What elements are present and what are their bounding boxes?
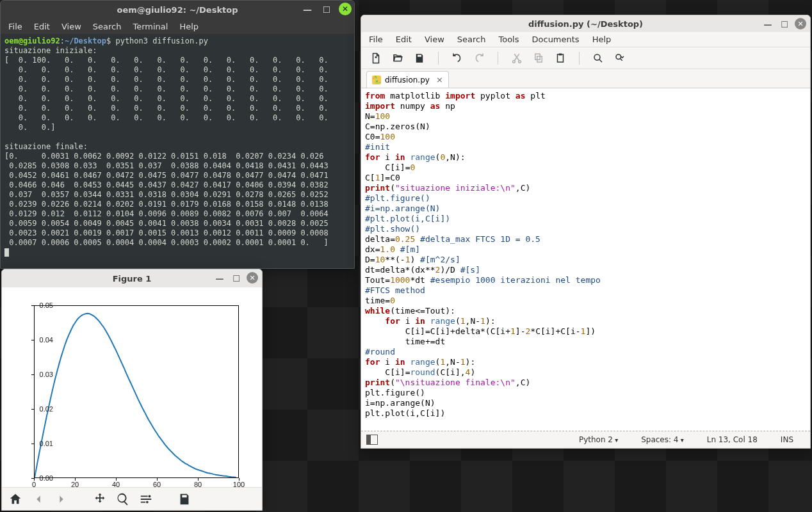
home-icon[interactable] bbox=[8, 492, 22, 506]
tab-close-icon[interactable]: × bbox=[436, 75, 443, 84]
terminal-menubar: File Edit View Search Terminal Help bbox=[1, 19, 354, 34]
prompt-path: ~/Desktop bbox=[65, 36, 106, 45]
undo-icon[interactable] bbox=[451, 52, 463, 64]
side-panel-toggle[interactable] bbox=[366, 435, 378, 445]
svg-point-3 bbox=[519, 60, 521, 63]
open-file-icon[interactable] bbox=[392, 52, 403, 64]
svg-rect-7 bbox=[559, 53, 562, 55]
minimize-button[interactable]: — bbox=[213, 272, 226, 285]
language-selector[interactable]: Python 2 bbox=[567, 435, 629, 444]
menu-help[interactable]: Help bbox=[179, 22, 199, 31]
terminal-window: oem@giulio92: ~/Desktop — ☐ ✕ File Edit … bbox=[0, 0, 355, 269]
figure-title: Figure 1 bbox=[113, 274, 152, 284]
x-tick-label: 60 bbox=[153, 481, 161, 488]
editor-tabbar: 🐍 diffusion.py × bbox=[361, 69, 810, 88]
output-final-array: [0. 0.0031 0.0062 0.0092 0.0122 0.0151 0… bbox=[4, 152, 329, 247]
forward-icon[interactable] bbox=[54, 492, 69, 506]
python-file-icon: 🐍 bbox=[372, 76, 381, 84]
menu-edit[interactable]: Edit bbox=[396, 35, 412, 44]
output-label-final: situazione finale: bbox=[4, 142, 88, 151]
figure-titlebar[interactable]: Figure 1 — ☐ ✕ bbox=[2, 269, 262, 287]
menu-view[interactable]: View bbox=[425, 35, 444, 44]
paste-icon[interactable] bbox=[555, 52, 566, 64]
prompt-user: oem@giulio92 bbox=[4, 36, 60, 45]
x-tick-label: 20 bbox=[71, 481, 79, 488]
maximize-button[interactable]: ☐ bbox=[320, 3, 334, 17]
figure-canvas: 0.000.010.020.030.040.05 020406080100 bbox=[2, 287, 262, 487]
prompt-symbol: $ bbox=[106, 36, 111, 45]
maximize-button[interactable]: ☐ bbox=[778, 18, 791, 31]
find-replace-icon[interactable] bbox=[614, 52, 626, 64]
zoom-icon[interactable] bbox=[116, 492, 130, 506]
svg-point-9 bbox=[616, 54, 621, 60]
cursor-position: Ln 13, Col 18 bbox=[695, 435, 769, 444]
diffusion-curve bbox=[35, 314, 236, 477]
figure-window: Figure 1 — ☐ ✕ 0.000.010.020.030.040.05 … bbox=[1, 269, 263, 511]
editor-title: diffusion.py (~/Desktop) bbox=[528, 19, 643, 29]
save-icon[interactable] bbox=[177, 492, 191, 506]
editor-toolbar bbox=[361, 47, 810, 69]
terminal-titlebar[interactable]: oem@giulio92: ~/Desktop — ☐ ✕ bbox=[1, 1, 354, 19]
insert-mode[interactable]: INS bbox=[769, 435, 805, 444]
menu-file[interactable]: File bbox=[369, 35, 383, 44]
move-icon[interactable] bbox=[93, 492, 107, 506]
copy-icon[interactable] bbox=[533, 52, 544, 64]
close-button[interactable]: ✕ bbox=[247, 272, 258, 284]
back-icon[interactable] bbox=[31, 492, 45, 506]
line-plot bbox=[35, 306, 238, 477]
output-label-initial: situazione iniziale: bbox=[4, 46, 97, 55]
menu-view[interactable]: View bbox=[61, 22, 81, 31]
menu-search[interactable]: Search bbox=[93, 22, 122, 31]
svg-point-2 bbox=[513, 60, 516, 63]
svg-point-8 bbox=[594, 54, 600, 60]
tab-label: diffusion.py bbox=[385, 76, 430, 84]
menu-file[interactable]: File bbox=[8, 22, 22, 31]
figure-toolbar bbox=[2, 487, 262, 510]
tab-diffusion[interactable]: 🐍 diffusion.py × bbox=[366, 71, 449, 88]
menu-help[interactable]: Help bbox=[592, 35, 612, 44]
minimize-button[interactable]: — bbox=[761, 18, 774, 31]
svg-point-1 bbox=[146, 500, 149, 503]
editor-menubar: File Edit View Search Tools Documents He… bbox=[361, 32, 810, 47]
menu-tools[interactable]: Tools bbox=[498, 35, 519, 44]
editor-statusbar: Python 2 Spaces: 4 Ln 13, Col 18 INS bbox=[361, 431, 810, 448]
editor-window: diffusion.py (~/Desktop) — ☐ ✕ File Edit… bbox=[361, 15, 811, 449]
editor-titlebar[interactable]: diffusion.py (~/Desktop) — ☐ ✕ bbox=[361, 15, 810, 32]
minimize-button[interactable]: — bbox=[300, 3, 314, 17]
x-tick-label: 40 bbox=[112, 481, 120, 488]
cut-icon[interactable] bbox=[511, 52, 523, 64]
maximize-button[interactable]: ☐ bbox=[230, 272, 243, 285]
terminal-title: oem@giulio92: ~/Desktop bbox=[117, 5, 238, 15]
menu-edit[interactable]: Edit bbox=[34, 22, 50, 31]
redo-icon[interactable] bbox=[473, 52, 485, 64]
x-tick-label: 80 bbox=[194, 481, 202, 488]
menu-documents[interactable]: Documents bbox=[532, 35, 580, 44]
x-tick-label: 100 bbox=[233, 481, 245, 488]
terminal-body[interactable]: oem@giulio92:~/Desktop$ python3 diffusio… bbox=[1, 34, 354, 268]
svg-point-0 bbox=[149, 495, 151, 497]
output-initial-array: [ 0. 100. 0. 0. 0. 0. 0. 0. 0. 0. 0. 0. … bbox=[4, 56, 329, 132]
new-file-icon[interactable] bbox=[370, 52, 382, 64]
close-button[interactable]: ✕ bbox=[795, 18, 806, 29]
editor-textarea[interactable]: from matplotlib import pyplot as plt imp… bbox=[361, 88, 810, 431]
close-button[interactable]: ✕ bbox=[339, 3, 352, 15]
indent-selector[interactable]: Spaces: 4 bbox=[629, 435, 695, 444]
x-tick-label: 0 bbox=[32, 481, 36, 488]
menu-search[interactable]: Search bbox=[457, 35, 486, 44]
menu-terminal[interactable]: Terminal bbox=[133, 22, 168, 31]
plot-axes bbox=[34, 305, 239, 478]
command-text: python3 diffusion.py bbox=[115, 36, 208, 45]
terminal-cursor bbox=[4, 248, 9, 257]
search-icon[interactable] bbox=[592, 52, 604, 64]
svg-rect-6 bbox=[558, 54, 564, 62]
configure-icon[interactable] bbox=[139, 492, 153, 506]
save-icon[interactable] bbox=[414, 52, 425, 64]
